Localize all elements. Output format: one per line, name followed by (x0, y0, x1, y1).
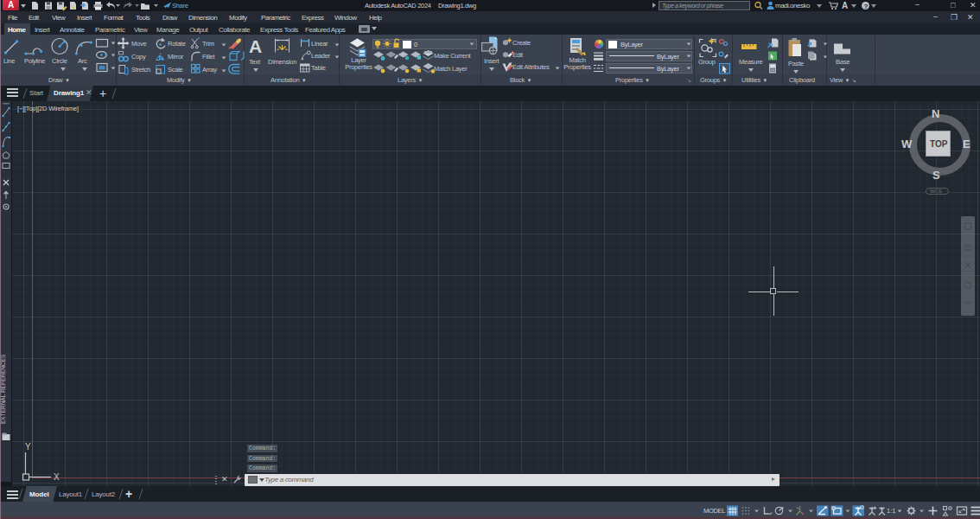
svg-text:Y: Y (25, 442, 31, 452)
svg-text:?: ? (864, 3, 869, 10)
svg-text:X: X (54, 472, 60, 482)
